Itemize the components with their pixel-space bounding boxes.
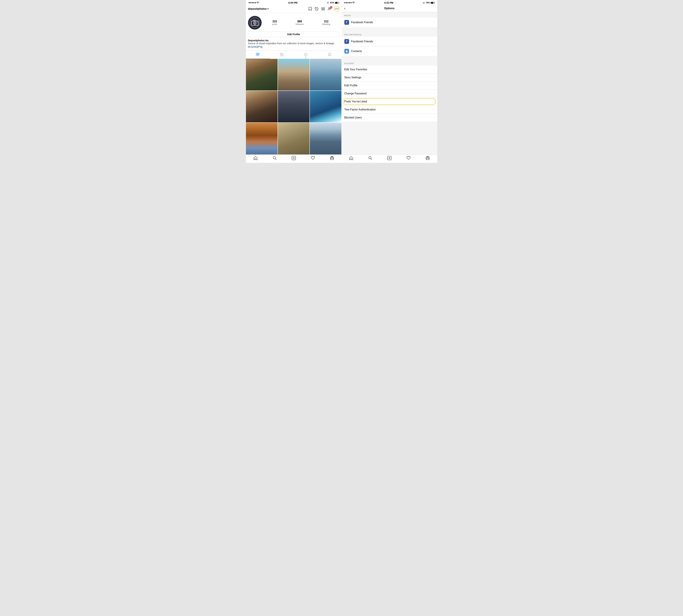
status-time-right: 4:33 PM <box>384 1 393 4</box>
option-two-factor[interactable]: Two-Factor Authentication › <box>342 106 437 114</box>
nav-search-right[interactable] <box>361 156 380 160</box>
svg-point-27 <box>305 54 306 55</box>
tab-tagged[interactable] <box>294 50 318 59</box>
followers-label: followers <box>296 23 304 25</box>
option-label-two-factor: Two-Factor Authentication <box>344 108 434 111</box>
svg-line-41 <box>371 158 372 160</box>
svg-point-45 <box>427 157 428 158</box>
search-icon-right <box>368 156 372 160</box>
back-button[interactable]: ‹ <box>344 6 345 10</box>
photo-cell-6[interactable] <box>310 91 341 123</box>
option-label-story-settings: Story Settings <box>344 76 434 79</box>
more-dots-icon <box>335 8 338 9</box>
signal-dot-3 <box>252 2 253 3</box>
nav-new-post-right[interactable] <box>380 156 399 160</box>
nav-activity[interactable] <box>303 156 322 160</box>
svg-rect-17 <box>258 54 259 56</box>
following-label: following <box>322 23 330 25</box>
chevron-down-icon: ▾ <box>268 8 269 10</box>
photo-grid <box>246 59 342 154</box>
bio-link[interactable]: bit.ly/2k2jPVg <box>248 45 262 48</box>
status-bar-left: 6:04 PM 67% <box>246 0 342 5</box>
battery-icon-right <box>431 2 434 4</box>
signal-dot-1 <box>249 2 250 3</box>
option-edit-favorites[interactable]: Edit Your Favorites › <box>342 66 437 73</box>
option-posts-liked[interactable]: Posts You've Liked › <box>342 97 437 106</box>
svg-point-40 <box>369 156 371 159</box>
list-icon-btn[interactable] <box>321 7 325 11</box>
nav-activity-right[interactable] <box>399 156 418 160</box>
following-stat[interactable]: 312 following <box>322 20 330 25</box>
bio-text: Source of visual inspiration from our co… <box>248 42 340 45</box>
photo-cell-8[interactable] <box>278 123 310 154</box>
nav-new-post[interactable] <box>284 156 303 160</box>
nav-profile-right[interactable] <box>418 156 437 160</box>
option-label-fb-follow: Facebook Friends <box>351 40 434 43</box>
bookmark-icon-btn[interactable] <box>308 7 312 11</box>
nav-home[interactable] <box>246 156 265 160</box>
list-icon <box>321 7 325 10</box>
signal-dot-5 <box>255 2 256 3</box>
option-change-password[interactable]: Change Password › <box>342 90 437 97</box>
photo-cell-4[interactable] <box>246 91 278 123</box>
option-blocked-users[interactable]: Blocked Users › <box>342 114 437 122</box>
status-bar-right: 4:33 PM 75% <box>342 0 437 5</box>
posts-stat[interactable]: 315 posts <box>272 20 277 25</box>
options-title: Options <box>384 7 394 10</box>
nav-search[interactable] <box>265 156 284 160</box>
signal-dots-right <box>344 2 351 3</box>
battery-pct-left: 67% <box>330 2 334 4</box>
profile-stats: 315 posts 889 followers 312 following <box>246 13 342 31</box>
saved-icon <box>328 52 331 57</box>
options-list-account: Edit Your Favorites › Story Settings › E… <box>342 66 437 122</box>
posts-label: posts <box>272 23 277 25</box>
tab-saved[interactable] <box>318 50 342 59</box>
option-facebook-friends-follow[interactable]: Facebook Friends › <box>342 37 437 46</box>
more-options-btn[interactable] <box>334 6 340 12</box>
dot-3 <box>338 8 338 9</box>
grid-icon <box>256 53 260 57</box>
svg-rect-15 <box>258 53 259 54</box>
photo-cell-9[interactable] <box>310 123 341 154</box>
option-story-settings[interactable]: Story Settings › <box>342 73 437 82</box>
svg-point-13 <box>257 22 258 22</box>
svg-rect-14 <box>256 53 257 54</box>
history-icon <box>315 7 319 11</box>
edit-profile-button[interactable]: Edit Profile <box>248 31 340 37</box>
option-contacts[interactable]: Contacts › <box>342 46 437 56</box>
nav-profile[interactable] <box>322 156 342 160</box>
battery-pct-right: 75% <box>426 2 430 4</box>
posts-count: 315 <box>272 20 277 23</box>
followers-stat[interactable]: 889 followers <box>296 20 304 25</box>
username-display[interactable]: depositphotos ▾ <box>248 7 308 10</box>
option-label-fb-invite: Facebook Friends <box>351 21 434 24</box>
option-edit-profile[interactable]: Edit Profile › <box>342 82 437 90</box>
photo-cell-2[interactable] <box>278 59 310 90</box>
nav-home-right[interactable] <box>342 156 361 160</box>
chevron-posts-liked: › <box>433 100 434 103</box>
history-icon-btn[interactable] <box>315 7 319 11</box>
chevron-icon-contacts: › <box>433 50 434 53</box>
dot-1 <box>335 8 336 9</box>
bookmark-icon <box>308 7 312 11</box>
options-header: ‹ Options <box>342 5 437 12</box>
svg-point-28 <box>329 54 330 55</box>
photo-cell-7[interactable] <box>246 123 278 154</box>
options-list-follow: Facebook Friends › Contacts › <box>342 37 437 56</box>
tab-grid[interactable] <box>246 50 270 59</box>
battery-icon-left <box>335 2 339 4</box>
add-person-icon-btn[interactable]: 3 <box>327 7 332 11</box>
option-facebook-friends-invite[interactable]: Facebook Friends › <box>342 18 437 27</box>
wifi-icon <box>256 2 259 4</box>
photo-cell-3[interactable] <box>310 59 341 90</box>
profile-nav-icon <box>330 156 334 160</box>
chevron-edit-favorites: › <box>433 68 434 71</box>
followers-count: 889 <box>297 20 302 23</box>
tab-list[interactable] <box>270 50 294 59</box>
fb-logo-follow <box>345 40 348 43</box>
signal-dot-2 <box>250 2 251 3</box>
photo-cell-5[interactable] <box>278 91 310 123</box>
photo-cell-1[interactable] <box>246 59 278 90</box>
new-post-icon <box>292 156 296 160</box>
svg-point-29 <box>273 156 276 159</box>
